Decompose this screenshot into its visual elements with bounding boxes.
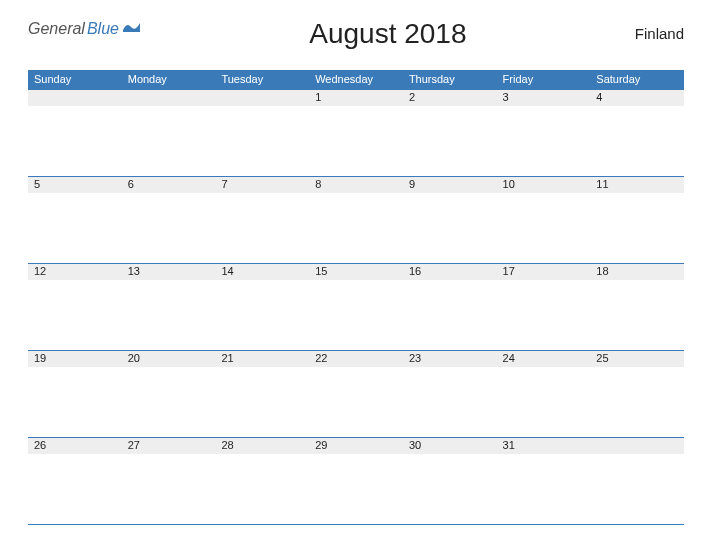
day-number: 10 <box>497 177 591 193</box>
calendar-title: August 2018 <box>141 18 635 50</box>
day-number: 7 <box>215 177 309 193</box>
day-cell: 28 <box>215 438 309 524</box>
day-header-wednesday: Wednesday <box>309 70 403 90</box>
day-cell: 26 <box>28 438 122 524</box>
day-cell: 11 <box>590 177 684 263</box>
day-cell: 19 <box>28 351 122 437</box>
day-number: 17 <box>497 264 591 280</box>
day-cell: 20 <box>122 351 216 437</box>
day-number: 24 <box>497 351 591 367</box>
day-number: 30 <box>403 438 497 454</box>
day-number <box>122 90 216 106</box>
day-number: 31 <box>497 438 591 454</box>
day-cell: 22 <box>309 351 403 437</box>
day-number: 22 <box>309 351 403 367</box>
day-cell: 21 <box>215 351 309 437</box>
day-header-thursday: Thursday <box>403 70 497 90</box>
day-number <box>590 438 684 454</box>
week-row: 19 20 21 22 23 24 25 <box>28 351 684 438</box>
day-number <box>28 90 122 106</box>
day-cell: 8 <box>309 177 403 263</box>
day-header-sunday: Sunday <box>28 70 122 90</box>
day-cell: 25 <box>590 351 684 437</box>
day-number <box>215 90 309 106</box>
day-cell: 13 <box>122 264 216 350</box>
day-number: 23 <box>403 351 497 367</box>
day-header-saturday: Saturday <box>590 70 684 90</box>
day-number: 18 <box>590 264 684 280</box>
day-cell <box>590 438 684 524</box>
day-number: 8 <box>309 177 403 193</box>
day-header-friday: Friday <box>497 70 591 90</box>
day-cell: 9 <box>403 177 497 263</box>
day-number: 15 <box>309 264 403 280</box>
day-cell: 24 <box>497 351 591 437</box>
header: General Blue August 2018 Finland <box>28 20 684 50</box>
day-cell: 30 <box>403 438 497 524</box>
day-number: 20 <box>122 351 216 367</box>
day-number: 25 <box>590 351 684 367</box>
calendar-grid: Sunday Monday Tuesday Wednesday Thursday… <box>28 70 684 525</box>
logo: General Blue <box>28 20 141 38</box>
day-number: 3 <box>497 90 591 106</box>
day-cell: 5 <box>28 177 122 263</box>
day-cell: 27 <box>122 438 216 524</box>
day-cell: 4 <box>590 90 684 176</box>
day-cell <box>28 90 122 176</box>
day-cell: 7 <box>215 177 309 263</box>
day-number: 16 <box>403 264 497 280</box>
logo-wave-icon <box>123 20 141 38</box>
day-number: 12 <box>28 264 122 280</box>
day-cell: 12 <box>28 264 122 350</box>
day-cell <box>122 90 216 176</box>
day-number: 28 <box>215 438 309 454</box>
day-number: 21 <box>215 351 309 367</box>
day-cell: 16 <box>403 264 497 350</box>
day-cell: 18 <box>590 264 684 350</box>
day-cell: 14 <box>215 264 309 350</box>
day-headers-row: Sunday Monday Tuesday Wednesday Thursday… <box>28 70 684 90</box>
day-number: 13 <box>122 264 216 280</box>
day-number: 29 <box>309 438 403 454</box>
day-number: 4 <box>590 90 684 106</box>
week-row: 12 13 14 15 16 17 18 <box>28 264 684 351</box>
day-cell: 31 <box>497 438 591 524</box>
day-cell: 6 <box>122 177 216 263</box>
day-number: 2 <box>403 90 497 106</box>
day-cell: 3 <box>497 90 591 176</box>
day-cell: 29 <box>309 438 403 524</box>
day-cell: 23 <box>403 351 497 437</box>
day-number: 9 <box>403 177 497 193</box>
logo-general-text: General <box>28 20 85 38</box>
day-number: 14 <box>215 264 309 280</box>
day-cell: 1 <box>309 90 403 176</box>
day-number: 26 <box>28 438 122 454</box>
day-number: 11 <box>590 177 684 193</box>
day-cell: 15 <box>309 264 403 350</box>
day-cell: 2 <box>403 90 497 176</box>
day-number: 6 <box>122 177 216 193</box>
day-number: 27 <box>122 438 216 454</box>
country-label: Finland <box>635 25 684 42</box>
day-cell: 17 <box>497 264 591 350</box>
day-header-tuesday: Tuesday <box>215 70 309 90</box>
day-number: 5 <box>28 177 122 193</box>
day-cell <box>215 90 309 176</box>
week-row: 5 6 7 8 9 10 11 <box>28 177 684 264</box>
day-number: 1 <box>309 90 403 106</box>
logo-blue-text: Blue <box>87 20 119 38</box>
day-cell: 10 <box>497 177 591 263</box>
day-header-monday: Monday <box>122 70 216 90</box>
week-row: 1 2 3 4 <box>28 90 684 177</box>
day-number: 19 <box>28 351 122 367</box>
week-row: 26 27 28 29 30 31 <box>28 438 684 525</box>
